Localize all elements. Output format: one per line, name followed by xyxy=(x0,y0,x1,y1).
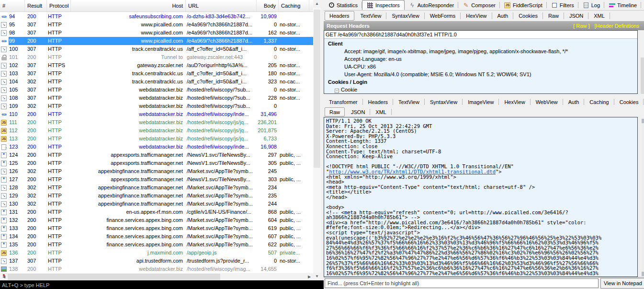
session-row-126[interactable]: ↘126302HTTPappexbingfinance.trafficmanag… xyxy=(0,167,313,175)
session-row-138[interactable]: 138200HTTPwebdatatracker.biz/hosted/refi… xyxy=(0,265,313,273)
response-tab-caching[interactable]: Caching xyxy=(584,97,614,107)
response-tab-headers[interactable]: Headers xyxy=(363,97,394,107)
session-row-127[interactable]: *127200HTTPappexsports.trafficmanager.ne… xyxy=(0,175,313,184)
session-row-94[interactable]: «»94200HTTPsafeunsubscribing.com/o-dzhs-… xyxy=(0,12,313,21)
request-tab-auth[interactable]: Auth xyxy=(492,11,514,21)
session-row-105[interactable]: ↘105307HTTPwebdatatracker.biz/hosted/ref… xyxy=(0,86,313,94)
tab-statistics[interactable]: Statistics xyxy=(324,0,362,10)
dtd-link[interactable]: http://www.w3.org/TR/xhtml1/DTD/xhtml1-t… xyxy=(329,169,496,174)
response-subtab-json[interactable]: JSON xyxy=(346,107,370,117)
find-input[interactable] xyxy=(325,278,599,288)
request-tab-xml[interactable]: XML xyxy=(588,11,610,21)
response-scroll-down-nub[interactable] xyxy=(642,272,644,276)
tab-fiddlerscript[interactable]: JSFiddlerScript xyxy=(500,0,547,10)
session-row-129[interactable]: ↘129302HTTPappexbingfinance.trafficmanag… xyxy=(0,192,313,200)
session-row-128[interactable]: ↘128302HTTPappexbingfinance.trafficmanag… xyxy=(0,184,313,192)
scroll-up-icon[interactable]: ▲ xyxy=(313,0,321,8)
session-row-134[interactable]: *134200HTTPfinance.services.appex.bing.c… xyxy=(0,232,313,241)
response-scroll-up-nub[interactable] xyxy=(642,119,644,123)
session-row-108[interactable]: ↘108307HTTPwebdatatracker.biz/hosted/ref… xyxy=(0,94,313,102)
tab-filters[interactable]: Filters xyxy=(547,0,578,10)
horizontal-scroll-thumb[interactable] xyxy=(8,274,220,280)
session-row-132[interactable]: *132200HTTPfinance.services.appex.bing.c… xyxy=(0,216,313,224)
column-header-host[interactable]: Host xyxy=(71,0,186,12)
session-list-header[interactable]: #ResultProtocolHostURLBodyCaching xyxy=(0,0,313,12)
response-tab-hexview[interactable]: HexView xyxy=(499,97,530,107)
response-subtab-xml[interactable]: XML xyxy=(370,107,392,117)
session-row-125[interactable]: *125200HTTPappexsports.trafficmanager.ne… xyxy=(0,159,313,167)
session-row-133[interactable]: *133200HTTPfinance.services.appex.bing.c… xyxy=(0,224,313,232)
header-definitions-link[interactable]: [Header Definitions xyxy=(594,23,644,29)
session-row-103[interactable]: ↘103307HTTPtrack.centraltracklc.us/aff_c… xyxy=(0,69,313,78)
session-row-113[interactable]: JS113200HTTPwebdatatracker.biz/hosted/re… xyxy=(0,135,313,143)
session-row-135[interactable]: *135200HTTPfinance.services.appex.bing.c… xyxy=(0,241,313,249)
column-header-caching[interactable]: Caching xyxy=(279,0,309,12)
request-header-line[interactable]: Cookies / Login xyxy=(324,78,637,86)
request-header-line[interactable]: UA-CPU: x86 xyxy=(324,63,637,70)
scroll-down-icon[interactable]: ▼ xyxy=(313,273,321,280)
column-header-result[interactable]: Result xyxy=(25,0,47,12)
response-scrollbar-cut[interactable] xyxy=(642,118,644,277)
session-row-130[interactable]: ↘130302HTTPappexbingfinance.trafficmanag… xyxy=(0,200,313,208)
session-row-137[interactable]: ↘137307HTTPapi.trustedform.com/trustedfo… xyxy=(0,257,313,265)
session-list-vertical-scrollbar[interactable]: ▲ ▼ xyxy=(313,0,321,280)
column-header-num[interactable]: # xyxy=(0,0,25,12)
session-row-98[interactable]: ↘98307HTTPwww.picalled.com/e4a969/?ch386… xyxy=(0,29,313,37)
request-header-line[interactable]: Client xyxy=(324,40,637,47)
session-list-horizontal-scrollbar[interactable]: ◀ ▶ xyxy=(0,273,313,280)
request-tab-headers[interactable]: Headers xyxy=(325,11,354,21)
session-row-102[interactable]: ↘102307HTTPSgateway.zscaler.net/auD?orig… xyxy=(0,61,313,69)
session-row-111[interactable]: JS111200HTTPwebdatatracker.biz/hosted/re… xyxy=(0,118,313,127)
request-tab-webforms[interactable]: WebForms xyxy=(425,11,461,21)
response-tab-syntaxview[interactable]: SyntaxView xyxy=(425,97,463,107)
session-row-136[interactable]: JS136200HTTPj.maxmind.com/app/geoip.js50… xyxy=(0,249,313,257)
session-row-99[interactable]: «»99200HTTPwww.picalled.com/e4a969/?ch38… xyxy=(0,37,313,45)
quickexec-box[interactable]: ALT+Q > type HELP xyxy=(0,280,324,289)
response-tab-textview[interactable]: TextView xyxy=(393,97,425,107)
request-header-line[interactable]: Accept: image/gif, image/x-xbitmap, imag… xyxy=(324,47,637,55)
request-tab-textview[interactable]: TextView xyxy=(355,11,387,21)
request-tab-raw[interactable]: Raw xyxy=(543,11,564,21)
column-header-url[interactable]: URL xyxy=(186,0,257,12)
session-row-131[interactable]: *131200HTTPen-us.appex-rf.msn.com/cgtile… xyxy=(0,208,313,216)
view-in-notepad-button[interactable]: View in Notepad xyxy=(600,278,644,289)
request-scrollbar-cut[interactable] xyxy=(641,58,644,94)
column-header-body[interactable]: Body xyxy=(257,0,279,12)
tab-log[interactable]: Log xyxy=(578,0,604,10)
tab-autoresponder[interactable]: ϟAutoResponder xyxy=(405,0,458,10)
request-headers-tree[interactable]: ClientAccept: image/gif, image/x-xbitmap… xyxy=(324,39,637,93)
request-tab-cookies[interactable]: Cookies xyxy=(513,11,543,21)
session-row-123[interactable]: 123200HTTPwebdatatracker.biz/hosted/refi… xyxy=(0,143,313,151)
request-header-line[interactable]: −Cookie xyxy=(324,86,637,93)
request-header-line[interactable]: Accept-Language: en-us xyxy=(324,55,637,63)
response-subtab-raw[interactable]: Raw xyxy=(325,107,345,116)
tab-inspectors[interactable]: Inspectors xyxy=(362,0,405,10)
request-tab-json[interactable]: JSON xyxy=(564,11,588,21)
raw-response-view[interactable]: HTTP/1.1 200 OKDate: Fri, 25 Oct 2013 22… xyxy=(324,117,638,277)
response-tab-webview[interactable]: WebView xyxy=(531,97,563,107)
column-header-protocol[interactable]: Protocol xyxy=(47,0,71,12)
scroll-right-icon[interactable]: ▶ xyxy=(305,273,313,280)
session-row-104[interactable]: ↘104302HTTPtrack.centraltracklc.us/aff_c… xyxy=(0,78,313,86)
response-tab-imageview[interactable]: ImageView xyxy=(463,97,499,107)
session-row-95[interactable]: ↘95307HTTPwww.picalled.com/e4a969/?ch386… xyxy=(0,21,313,29)
vertical-scroll-thumb[interactable] xyxy=(314,10,320,168)
request-tab-syntaxview[interactable]: SyntaxView xyxy=(386,11,424,21)
collapse-icon[interactable]: − xyxy=(335,89,339,93)
tab-composer[interactable]: ✎Composer xyxy=(458,0,500,10)
response-tab-cookies[interactable]: Cookies xyxy=(614,97,644,107)
response-tab-auth[interactable]: Auth xyxy=(563,97,585,107)
session-row-100[interactable]: ↘100307HTTPtrack.centraltracklc.us/aff_c… xyxy=(0,45,313,53)
request-tab-hexview[interactable]: HexView xyxy=(461,11,492,21)
session-icon-cell: «» xyxy=(0,110,9,118)
tab-timeline[interactable]: Timeline xyxy=(604,0,641,10)
session-row-112[interactable]: JS112200HTTPwebdatatracker.biz/hosted/re… xyxy=(0,127,313,135)
session-row-109[interactable]: ↘109302HTTPwebdatatracker.biz/hosted/ref… xyxy=(0,102,313,110)
session-row-110[interactable]: «»110200HTTPwebdatatracker.biz/hosted/re… xyxy=(0,110,313,118)
session-row-124[interactable]: *124200HTTPappexsports.trafficmanager.ne… xyxy=(0,151,313,159)
request-line[interactable]: GET /e4a969/?ch3866h21887d4a0h0h3f37e1 H… xyxy=(324,31,637,39)
session-row-101[interactable]: 101200HTTPTunnel togateway.zscaler.net:4… xyxy=(0,53,313,61)
request-header-line[interactable]: User-Agent: Mozilla/4.0 (compatible; MSI… xyxy=(324,70,637,78)
response-tab-transformer[interactable]: Transformer xyxy=(324,97,363,107)
raw-link[interactable]: [ Raw ] xyxy=(573,23,594,29)
